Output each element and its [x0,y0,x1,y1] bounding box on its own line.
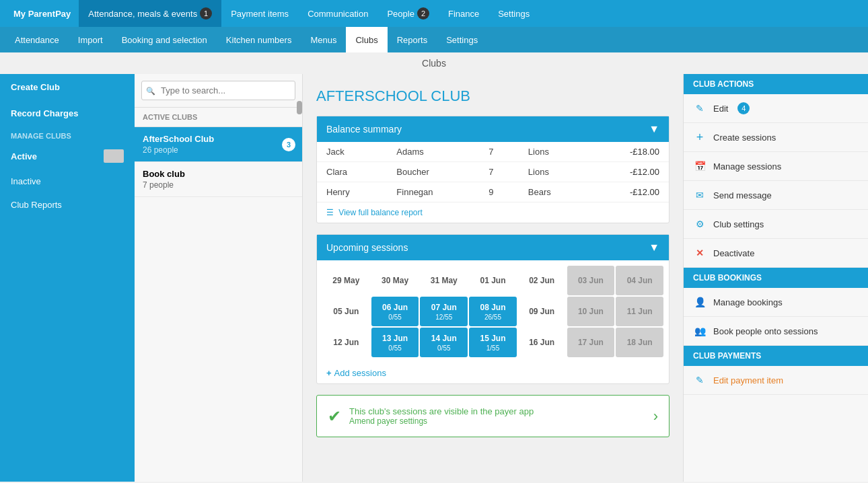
last-name: Boucher [387,162,479,182]
subnav-settings[interactable]: Settings [437,27,487,52]
subnav-reports[interactable]: Reports [388,27,437,52]
year: 7 [479,162,519,182]
calendar-day-date: 06 Jun [382,303,408,312]
payer-main-text: This club's sessions are visible in the … [349,406,645,416]
calendar-day[interactable]: 08 Jun26/55 [469,297,517,326]
payer-sub-text[interactable]: Amend payer settings [349,416,645,426]
calendar-day[interactable]: 07 Jun12/55 [420,297,468,326]
book-people-icon: 👥 [693,324,707,338]
calendar-day: 01 Jun [469,266,517,295]
calendar-day-date: 18 Jun [627,338,653,347]
send-message-action[interactable]: ✉ Send message [684,181,868,210]
upcoming-sessions-card: Upcoming sessions ▼ 29 May30 May31 May01… [316,234,670,384]
sidebar-item-inactive[interactable]: Inactive [0,170,135,193]
payer-notice: ✔ This club's sessions are visible in th… [316,395,670,437]
calendar-day-date: 31 May [431,276,458,285]
calendar-day: 10 Jun [567,297,615,326]
last-name: Finnegan [387,182,479,202]
nav-item-attendance[interactable]: Attendance, meals & events 1 [79,0,221,27]
sidebar-item-active[interactable]: Active [0,143,135,170]
upcoming-sessions-header[interactable]: Upcoming sessions ▼ [317,235,669,260]
calendar-day-date: 30 May [382,276,408,285]
club-bookings-header: CLUB BOOKINGS [684,268,868,288]
club-badge: 3 [282,138,295,151]
brand-logo[interactable]: My ParentPay [5,9,79,19]
nav-item-settings[interactable]: Settings [489,0,539,27]
club-payments-header: CLUB PAYMENTS [684,346,868,366]
edit-action[interactable]: ✎ Edit 4 [684,94,868,123]
session-count: 0/55 [437,344,450,352]
club-list-item-book[interactable]: Book club 7 people [135,162,302,197]
last-name: Adams [387,142,479,162]
club-sub: 26 people [143,145,294,155]
edit-badge: 4 [737,102,750,114]
people-icon: 👤 [693,295,707,309]
top-nav: My ParentPay Attendance, meals & events … [0,0,868,27]
subnav-clubs[interactable]: Clubs [346,27,387,52]
manage-sessions-action[interactable]: 📅 Manage sessions [684,152,868,181]
record-charges-button[interactable]: Record Charges [0,100,135,126]
table-row: Jack Adams 7 Lions -£18.00 [317,142,669,162]
add-sessions-link[interactable]: + Add sessions [317,363,396,383]
active-clubs-label: ACTIVE CLUBS [135,108,302,127]
deactivate-action[interactable]: ✕ Deactivate [684,239,868,268]
calendar-day-date: 14 Jun [431,334,457,343]
calendar-day-date: 05 Jun [333,307,359,316]
nav-item-people[interactable]: People 2 [377,0,438,27]
main-content: AFTERSCHOOL CLUB Balance summary ▼ Jack … [303,74,683,482]
calendar-day-date: 11 Jun [627,307,653,316]
calendar-day-date: 03 Jun [578,276,604,285]
calendar-day[interactable]: 13 Jun0/55 [371,328,419,357]
calendar-day-date: 08 Jun [480,303,505,312]
subnav-menus[interactable]: Menus [301,27,346,52]
payer-notice-text: This club's sessions are visible in the … [349,406,645,426]
club-search-input[interactable] [141,81,295,100]
create-club-button[interactable]: Create Club [0,74,135,100]
nav-item-communication[interactable]: Communication [298,0,377,27]
calendar-day: 12 Jun [322,328,370,357]
balance-summary-header[interactable]: Balance summary ▼ [317,116,669,142]
subnav-booking[interactable]: Booking and selection [112,27,217,52]
club-settings-action[interactable]: ⚙ Club settings [684,210,868,239]
nav-item-finance[interactable]: Finance [439,0,489,27]
calendar-day-date: 17 Jun [578,338,604,347]
view-full-balance-link[interactable]: ☰ View full balance report [317,202,669,223]
create-sessions-action[interactable]: + Create sessions [684,123,868,152]
calendar-day[interactable]: 15 Jun1/55 [469,328,517,357]
pencil-icon: ✎ [693,373,707,387]
calendar-icon: 📅 [693,159,707,173]
session-count: 1/55 [486,344,499,352]
manage-bookings-action[interactable]: 👤 Manage bookings [684,288,868,317]
check-icon: ✔ [328,407,341,426]
edit-payment-action[interactable]: ✎ Edit payment item [684,366,868,395]
session-count: 26/55 [484,313,501,321]
manage-clubs-label: MANAGE CLUBS [0,126,135,143]
book-people-action[interactable]: 👥 Book people onto sessions [684,317,868,346]
first-name: Clara [317,162,387,182]
calendar-day[interactable]: 14 Jun0/55 [420,328,468,357]
subnav-kitchen[interactable]: Kitchen numbers [217,27,301,52]
club-search-box [135,74,302,108]
calendar-day[interactable]: 06 Jun0/55 [371,297,419,326]
subnav-attendance[interactable]: Attendance [5,27,69,52]
group: Lions [519,142,588,162]
calendar-day: 05 Jun [322,297,370,326]
nav-item-payment[interactable]: Payment items [221,0,298,27]
club-list-panel: ACTIVE CLUBS AfterSchool Club 26 people … [135,74,303,482]
sidebar-item-club-reports[interactable]: Club Reports [0,193,135,217]
calendar-day: 30 May [371,266,419,295]
session-count: 12/55 [435,313,452,321]
scroll-indicator [297,101,302,114]
nav-badge-1: 1 [200,7,212,20]
calendar-day: 03 Jun [567,266,615,295]
main-area: Create Club Record Charges MANAGE CLUBS … [0,74,868,482]
club-sub: 7 people [143,180,294,190]
calendar-day-date: 02 Jun [529,276,554,285]
payer-arrow-icon[interactable]: › [653,408,658,425]
subnav-import[interactable]: Import [69,27,112,52]
calendar-day-date: 07 Jun [431,303,457,312]
club-list-item-afterschool[interactable]: AfterSchool Club 26 people 3 [135,127,302,162]
calendar-day: 09 Jun [518,297,566,326]
nav-badge-2: 2 [417,7,429,20]
table-row: Henry Finnegan 9 Bears -£12.00 [317,182,669,202]
